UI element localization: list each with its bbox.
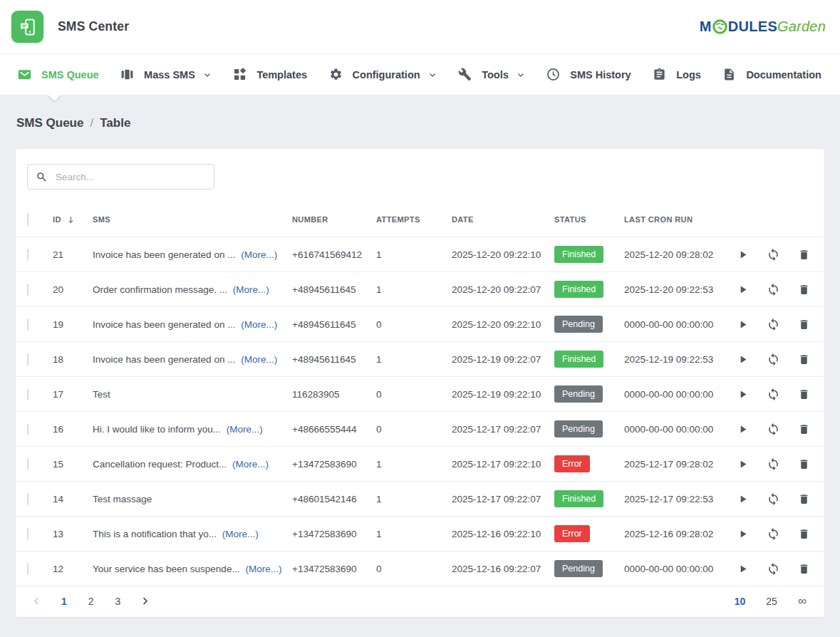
- sms-cell: Test: [93, 389, 292, 400]
- cron-cell: 2025-12-20 09:22:53: [624, 284, 737, 295]
- column-header-sms[interactable]: SMS: [93, 215, 292, 224]
- nav-label: Templates: [256, 69, 307, 81]
- run-button[interactable]: [737, 528, 749, 540]
- next-page-icon[interactable]: [140, 596, 150, 606]
- nav-label: SMS Queue: [41, 69, 99, 81]
- resend-button[interactable]: [767, 318, 780, 331]
- column-header-id[interactable]: ID: [53, 215, 93, 224]
- column-header-status[interactable]: STATUS: [554, 215, 624, 224]
- sms-cell: Cancellation request: Product... (More..…: [93, 459, 292, 470]
- delete-button[interactable]: [798, 528, 810, 540]
- resend-button[interactable]: [767, 492, 780, 506]
- row-checkbox[interactable]: [27, 318, 28, 331]
- row-checkbox[interactable]: [27, 284, 28, 296]
- page-number-1[interactable]: 1: [59, 596, 69, 607]
- nav-label: Mass SMS: [144, 69, 195, 81]
- column-header-last-cron-run[interactable]: LAST CRON RUN: [624, 215, 737, 224]
- run-button[interactable]: [737, 284, 749, 296]
- row-checkbox[interactable]: [27, 423, 28, 435]
- delete-button[interactable]: [798, 388, 810, 400]
- delete-button[interactable]: [798, 353, 810, 366]
- search-box: [27, 164, 214, 190]
- run-button[interactable]: [737, 318, 749, 331]
- nav-item-documentation[interactable]: Documentation: [722, 68, 821, 81]
- delete-button[interactable]: [798, 423, 810, 435]
- page-number-3[interactable]: 3: [113, 596, 123, 607]
- page-size-10[interactable]: 10: [735, 596, 746, 607]
- search-input[interactable]: [56, 172, 207, 182]
- page-size-all[interactable]: ∞: [798, 594, 807, 608]
- page-number-2[interactable]: 2: [86, 596, 96, 607]
- more-link[interactable]: (More...): [243, 564, 282, 574]
- nav-item-logs[interactable]: Logs: [653, 68, 701, 81]
- number-cell: +48945611645: [292, 354, 376, 365]
- delete-button[interactable]: [798, 284, 810, 296]
- resend-button[interactable]: [767, 423, 780, 436]
- row-checkbox[interactable]: [27, 563, 28, 575]
- resend-button[interactable]: [767, 457, 780, 471]
- run-button[interactable]: [737, 493, 749, 505]
- content-area: SMS Queue/Table ID SMS NUMBER ATTEMPTS: [0, 95, 840, 617]
- column-header-attempts[interactable]: ATTEMPTS: [376, 215, 452, 224]
- sms-cell: Order confirmation message. ... (More...…: [93, 284, 292, 295]
- resend-button[interactable]: [767, 527, 780, 541]
- run-button[interactable]: [737, 249, 749, 261]
- row-checkbox[interactable]: [27, 388, 28, 400]
- row-checkbox[interactable]: [27, 493, 28, 505]
- number-cell: +48945611645: [292, 319, 376, 330]
- resend-button[interactable]: [767, 283, 780, 296]
- nav-item-sms-queue[interactable]: SMS Queue: [18, 68, 99, 81]
- row-checkbox[interactable]: [27, 528, 28, 540]
- status-badge: Error: [554, 525, 590, 542]
- attempts-cell: 1: [376, 354, 452, 365]
- nav-item-mass-sms[interactable]: Mass SMS: [120, 68, 212, 81]
- number-cell: +48601542146: [292, 494, 376, 504]
- cron-cell: 0000-00-00 00:00:00: [624, 564, 737, 574]
- run-button[interactable]: [737, 353, 749, 366]
- nav-label: Logs: [676, 69, 701, 81]
- row-id: 12: [53, 564, 93, 574]
- run-button[interactable]: [737, 388, 749, 400]
- run-button[interactable]: [737, 423, 749, 435]
- run-button[interactable]: [737, 458, 749, 470]
- run-button[interactable]: [737, 563, 749, 575]
- delete-button[interactable]: [798, 493, 810, 505]
- more-link[interactable]: (More...): [229, 459, 269, 470]
- resend-button[interactable]: [767, 248, 780, 261]
- status-badge: Finished: [554, 246, 603, 263]
- delete-button[interactable]: [798, 563, 810, 575]
- resend-button[interactable]: [767, 388, 780, 401]
- delete-button[interactable]: [798, 249, 810, 261]
- column-header-date[interactable]: DATE: [452, 215, 554, 224]
- page-size-25[interactable]: 25: [766, 596, 777, 607]
- date-cell: 2025-12-17 09:22:07: [452, 494, 554, 504]
- resend-button[interactable]: [767, 353, 780, 366]
- columns-icon: [120, 68, 134, 81]
- more-link[interactable]: (More...): [224, 424, 263, 435]
- logo-text-garden: Garden: [777, 19, 826, 35]
- more-link[interactable]: (More...): [238, 354, 277, 365]
- main-nav: SMS Queue Mass SMS Templates Configurati…: [0, 54, 840, 95]
- breadcrumb-separator: /: [90, 116, 93, 130]
- row-checkbox[interactable]: [27, 458, 28, 470]
- row-checkbox[interactable]: [27, 249, 28, 261]
- nav-item-configuration[interactable]: Configuration: [329, 68, 437, 81]
- nav-item-templates[interactable]: Templates: [233, 68, 307, 81]
- more-link[interactable]: (More...): [230, 284, 269, 295]
- column-header-number[interactable]: NUMBER: [292, 215, 376, 224]
- select-all-checkbox[interactable]: [27, 212, 28, 226]
- resend-button[interactable]: [767, 562, 780, 576]
- sms-text: Invoice has been generated on ...: [93, 249, 235, 260]
- table-row: 15 Cancellation request: Product... (Mor…: [16, 446, 824, 481]
- more-link[interactable]: (More...): [238, 249, 277, 260]
- nav-item-tools[interactable]: Tools: [458, 68, 525, 81]
- more-link[interactable]: (More...): [219, 529, 259, 539]
- breadcrumb-section[interactable]: SMS Queue: [16, 116, 83, 130]
- page-title: SMS Center: [58, 19, 129, 34]
- delete-button[interactable]: [798, 458, 810, 470]
- more-link[interactable]: (More...): [238, 319, 277, 330]
- prev-page-icon[interactable]: [31, 596, 42, 606]
- delete-button[interactable]: [798, 318, 810, 331]
- nav-item-sms-history[interactable]: SMS History: [546, 68, 631, 81]
- row-checkbox[interactable]: [27, 353, 28, 366]
